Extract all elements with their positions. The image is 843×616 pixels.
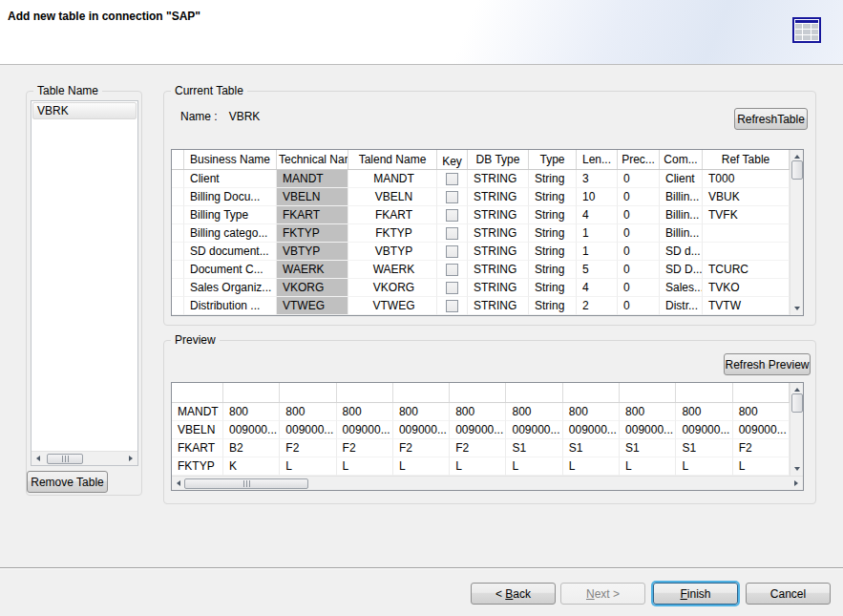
technical-name-cell: FKTYP xyxy=(277,224,348,243)
key-checkbox[interactable] xyxy=(446,282,458,294)
preview-table-hscrollbar[interactable] xyxy=(172,476,803,490)
add-table-dialog: Add new table in connection "SAP" Table … xyxy=(0,0,843,616)
column-header[interactable]: Business Name xyxy=(184,150,277,169)
ref-table-cell: TVFK xyxy=(703,206,790,224)
remove-table-button[interactable]: Remove Table xyxy=(27,471,108,493)
preview-row[interactable]: FKTYPKLLLLLLLLL xyxy=(172,457,790,476)
key-checkbox[interactable] xyxy=(446,264,458,276)
row-header-cell xyxy=(172,224,184,243)
row-header-cell xyxy=(172,243,184,261)
hscroll-thumb[interactable] xyxy=(184,478,308,489)
talend-name-cell: MANDT xyxy=(348,170,437,188)
column-header[interactable]: Technical Name xyxy=(277,150,348,169)
preview-table-vscrollbar[interactable] xyxy=(790,383,803,476)
preview-value-cell: 009000... xyxy=(223,421,280,439)
preview-field-name-cell: FKART xyxy=(172,439,223,457)
column-header[interactable]: Ref Table xyxy=(703,150,790,169)
finish-button[interactable]: Finish xyxy=(653,583,738,605)
preview-value-cell: 800 xyxy=(733,403,790,421)
length-cell: 4 xyxy=(577,206,618,224)
table-row[interactable]: Sales Organiz...VKORGVKORGSTRINGString40… xyxy=(172,279,790,297)
key-cell xyxy=(437,224,468,243)
table-name-list[interactable]: VBRK xyxy=(31,100,138,466)
table-row[interactable]: Billing catego...FKTYPFKTYPSTRINGString1… xyxy=(172,224,790,243)
ref-table-cell: TCURC xyxy=(703,261,790,279)
scroll-left-icon[interactable] xyxy=(177,480,180,486)
preview-field-name-cell: FKTYP xyxy=(172,457,223,476)
precision-cell: 0 xyxy=(618,243,660,261)
table-row[interactable]: Document C...WAERKWAERKSTRINGString50SD … xyxy=(172,261,790,279)
talend-name-cell: WAERK xyxy=(348,261,437,279)
key-checkbox[interactable] xyxy=(446,191,458,203)
back-button[interactable]: < Back xyxy=(471,583,556,605)
scroll-down-icon[interactable] xyxy=(794,307,800,310)
key-checkbox[interactable] xyxy=(446,209,458,222)
type-cell: String xyxy=(529,206,577,224)
talend-name-cell: VBTYP xyxy=(348,243,437,261)
type-cell: String xyxy=(529,297,577,315)
refresh-table-button[interactable]: RefreshTable xyxy=(734,108,808,130)
column-header[interactable]: Com... xyxy=(660,150,703,169)
next-button[interactable]: Next > xyxy=(560,583,645,605)
column-header[interactable]: Key xyxy=(437,150,468,169)
preview-row[interactable]: VBELN009000...009000...009000...009000..… xyxy=(172,421,790,439)
preview-value-cell: F2 xyxy=(337,439,393,457)
current-table-body: ClientMANDTMANDTSTRINGString30ClientT000… xyxy=(172,170,790,315)
column-header[interactable]: Talend Name xyxy=(348,150,437,169)
preview-value-cell: F2 xyxy=(280,439,336,457)
table-row[interactable]: Billing Docu...VBELNVBELNSTRINGString100… xyxy=(172,188,790,206)
row-header-cell xyxy=(172,261,184,279)
scroll-left-icon[interactable] xyxy=(36,456,40,461)
scroll-down-icon[interactable] xyxy=(794,467,800,471)
key-cell xyxy=(437,243,468,261)
table-row[interactable]: ClientMANDTMANDTSTRINGString30ClientT000 xyxy=(172,170,790,188)
vscroll-thumb[interactable] xyxy=(791,160,803,180)
column-header[interactable]: Len... xyxy=(577,150,618,169)
table-row[interactable]: SD document...VBTYPVBTYPSTRINGString10SD… xyxy=(172,243,790,261)
preview-value-cell: 800 xyxy=(450,403,506,421)
type-cell: String xyxy=(529,279,577,297)
db-type-cell: STRING xyxy=(468,188,529,206)
vscroll-thumb[interactable] xyxy=(791,393,803,413)
refresh-preview-button[interactable]: Refresh Preview xyxy=(724,353,811,375)
key-cell xyxy=(437,297,468,315)
type-cell: String xyxy=(529,224,577,243)
preview-value-cell: L xyxy=(393,457,450,476)
schema-table-vscrollbar[interactable] xyxy=(790,150,803,315)
key-checkbox[interactable] xyxy=(446,173,458,185)
preview-column-header xyxy=(563,383,620,402)
table-name-list-hscrollbar[interactable] xyxy=(32,451,137,465)
current-table-group: Current Table Name :VBRK RefreshTable Bu… xyxy=(163,91,816,326)
talend-name-cell: VKORG xyxy=(348,279,437,297)
scroll-up-icon[interactable] xyxy=(794,388,800,392)
scroll-right-icon[interactable] xyxy=(794,480,798,486)
ref-table-cell xyxy=(703,224,790,243)
preview-value-cell: F2 xyxy=(450,439,506,457)
table-name-group: Table Name VBRK xyxy=(26,91,142,496)
length-cell: 5 xyxy=(577,261,618,279)
table-row[interactable]: Distribution ...VTWEGVTWEGSTRINGString20… xyxy=(172,297,790,315)
hscroll-thumb[interactable] xyxy=(47,454,83,464)
key-checkbox[interactable] xyxy=(446,227,458,240)
column-header[interactable]: Prec... xyxy=(618,150,660,169)
list-item[interactable]: VBRK xyxy=(32,102,137,119)
type-cell: String xyxy=(529,188,577,206)
key-checkbox[interactable] xyxy=(446,245,458,258)
preview-value-cell: L xyxy=(620,457,676,476)
column-header[interactable]: Type xyxy=(529,150,577,169)
technical-name-cell: WAERK xyxy=(277,261,348,279)
key-cell xyxy=(437,261,468,279)
scroll-up-icon[interactable] xyxy=(794,155,800,159)
precision-cell: 0 xyxy=(618,279,660,297)
cancel-button[interactable]: Cancel xyxy=(746,583,831,605)
key-checkbox[interactable] xyxy=(446,300,458,312)
comment-cell: Billin... xyxy=(660,206,703,224)
preview-row[interactable]: FKARTB2F2F2F2F2S1S1S1S1F2 xyxy=(172,439,790,457)
column-header[interactable]: DB Type xyxy=(468,150,529,169)
business-name-cell: Distribution ... xyxy=(184,297,277,315)
table-row[interactable]: Billing TypeFKARTFKARTSTRINGString40Bill… xyxy=(172,206,790,224)
preview-row[interactable]: MANDT800800800800800800800800800800 xyxy=(172,403,790,421)
scroll-right-icon[interactable] xyxy=(129,456,133,461)
preview-value-cell: 009000... xyxy=(280,421,336,439)
type-cell: String xyxy=(529,170,577,188)
